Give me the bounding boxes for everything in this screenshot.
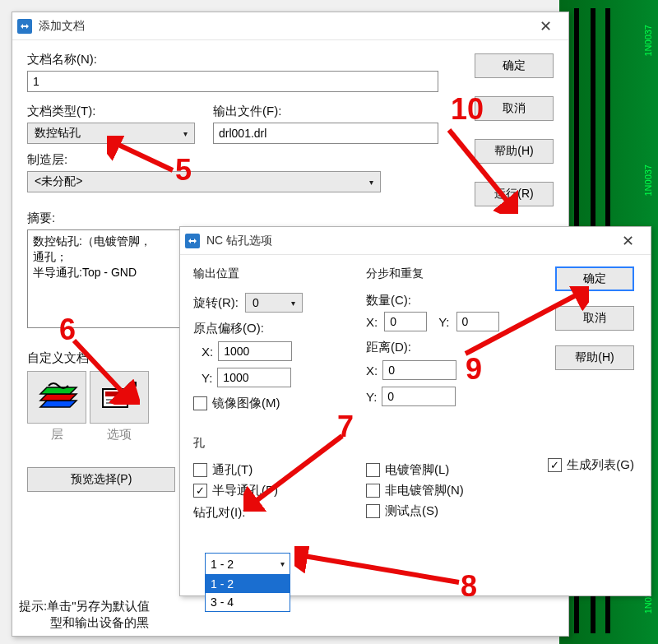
origin-x-input[interactable] [218, 341, 292, 361]
layers-button[interactable] [27, 371, 86, 424]
origin-y-input[interactable] [217, 368, 291, 387]
test-checkbox[interactable] [366, 504, 380, 518]
options-button[interactable] [90, 371, 149, 424]
annotation-10: 10 [451, 92, 484, 127]
doc-name-label: 文档名称(N): [27, 52, 438, 67]
dialog-title: 添加文档 [39, 19, 527, 34]
rotate-select[interactable]: 0 ▾ [245, 293, 303, 313]
pcb-label: 1N0037 [643, 164, 653, 197]
test-label: 测试点(S) [385, 503, 438, 519]
hint-text: 提示:单击"另存为默认值 型和输出设备的黑 [19, 598, 151, 632]
annotation-9: 9 [466, 352, 482, 387]
origin-offset-label: 原点偏移(O): [193, 321, 350, 336]
annotation-6: 6 [59, 313, 76, 347]
mfg-layer-select[interactable]: <未分配> ▾ [27, 171, 381, 192]
x-label: X: [366, 315, 378, 329]
ok-button[interactable]: 确定 [475, 53, 554, 78]
distance-label: 距离(D): [366, 340, 531, 355]
dialog-title: NC 钻孔选项 [206, 234, 609, 248]
pcb-label: 1N0037 [643, 25, 653, 57]
drillpair-select[interactable]: 1 - 2 ▾ 1 - 2 3 - 4 [205, 553, 290, 612]
mfg-layer-value: <未分配> [35, 174, 82, 189]
app-icon [185, 234, 200, 248]
chevron-down-icon: ▾ [291, 299, 295, 308]
help-button[interactable]: 帮助(H) [555, 345, 634, 370]
close-button[interactable]: ✕ [527, 12, 563, 39]
chevron-down-icon: ▾ [183, 129, 188, 138]
count-label: 数量(C): [366, 293, 531, 308]
annotation-5: 5 [175, 153, 192, 188]
cancel-button[interactable]: 取消 [475, 96, 554, 121]
genlist-label: 生成列表(G) [567, 457, 634, 473]
doc-type-label: 文档类型(T): [27, 104, 195, 119]
holes-label: 孔 [193, 436, 637, 451]
output-file-label: 输出文件(F): [213, 104, 438, 119]
output-pos-label: 输出位置 [193, 266, 350, 281]
dist-y-input[interactable] [382, 387, 456, 406]
chevron-down-icon: ▾ [369, 178, 373, 187]
step-repeat-label: 分步和重复 [366, 266, 531, 281]
doc-type-select[interactable]: 数控钻孔 ▾ [27, 123, 195, 144]
drillpair-value: 1 - 2 [211, 558, 234, 571]
options-caption: 选项 [90, 427, 149, 442]
through-checkbox[interactable] [193, 463, 207, 477]
close-button[interactable]: ✕ [609, 227, 646, 254]
dropdown-option[interactable]: 1 - 2 [206, 575, 290, 593]
chevron-down-icon: ▾ [280, 559, 285, 568]
x-label: X: [202, 345, 213, 359]
count-x-input[interactable] [384, 312, 427, 331]
mirror-label: 镜像图像(M) [212, 396, 280, 411]
dropdown-option[interactable]: 3 - 4 [206, 593, 290, 611]
genlist-checkbox[interactable]: ✓ [548, 458, 562, 472]
nonplated-checkbox[interactable] [366, 484, 380, 498]
app-icon [17, 19, 32, 34]
summary-label: 摘要: [27, 211, 192, 226]
through-label: 通孔(T) [212, 462, 253, 478]
titlebar: NC 钻孔选项 ✕ [180, 227, 651, 255]
y-label: Y: [438, 315, 449, 329]
output-file-input[interactable] [213, 123, 438, 144]
pvh-label: 半导通孔(P) [212, 483, 278, 498]
x-label: X: [366, 364, 378, 378]
svg-marker-1 [40, 394, 76, 401]
rotate-label: 旋转(R): [193, 295, 239, 311]
titlebar: 添加文档 ✕ [12, 12, 568, 40]
annotation-8: 8 [461, 569, 477, 604]
svg-marker-0 [40, 401, 76, 407]
plated-checkbox[interactable] [366, 463, 380, 477]
annotation-7: 7 [337, 410, 354, 444]
dist-x-input[interactable] [382, 360, 456, 380]
rotate-value: 0 [253, 296, 259, 309]
y-label: Y: [202, 371, 212, 385]
doc-name-input[interactable] [27, 71, 438, 92]
mirror-checkbox[interactable] [193, 396, 207, 410]
pvh-checkbox[interactable]: ✓ [193, 484, 207, 498]
ok-button[interactable]: 确定 [555, 266, 634, 291]
mfg-layer-label: 制造层: [27, 152, 381, 168]
svg-marker-2 [40, 387, 76, 394]
layers-caption: 层 [27, 427, 86, 442]
doc-type-value: 数控钻孔 [35, 126, 81, 141]
nc-drill-options-dialog: NC 钻孔选项 ✕ 确定 取消 帮助(H) 输出位置 旋转(R): 0 ▾ 原点… [179, 226, 651, 596]
y-label: Y: [366, 390, 377, 404]
preview-button[interactable]: 预览选择(P) [27, 467, 175, 492]
drillpair-label: 钻孔对(I): [193, 505, 333, 521]
plated-label: 电镀管脚(L) [385, 462, 449, 478]
summary-textarea[interactable]: 数控钻孔:（电镀管脚， 通孔； 半导通孔:Top - GND [27, 229, 192, 328]
run-button[interactable]: 运行(R) [475, 182, 554, 206]
help-button[interactable]: 帮助(H) [475, 139, 554, 164]
nonplated-label: 非电镀管脚(N) [385, 483, 464, 498]
cancel-button[interactable]: 取消 [555, 306, 634, 331]
count-y-input[interactable] [456, 312, 499, 331]
